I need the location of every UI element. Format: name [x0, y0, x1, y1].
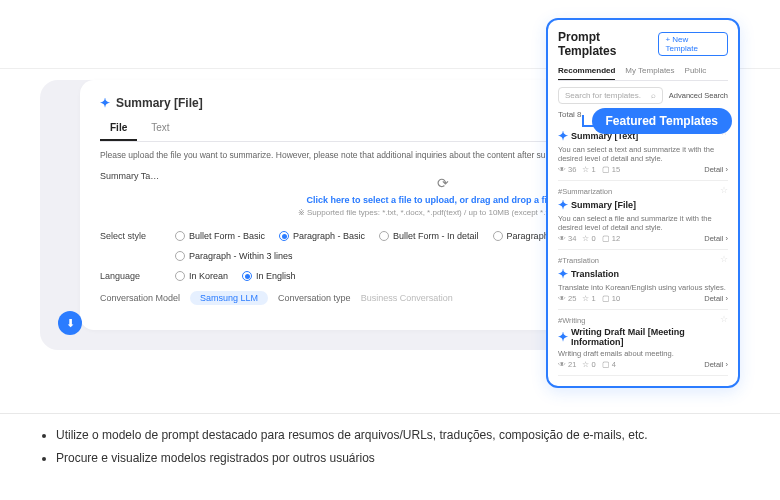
detail-link[interactable]: Detail ›	[704, 294, 728, 303]
conv-model-label: Conversation Model	[100, 293, 180, 303]
detail-link[interactable]: Detail ›	[704, 165, 728, 174]
template-name: ✦Translation	[558, 267, 728, 281]
template-item[interactable]: #Translation☆✦TranslationTranslate into …	[558, 250, 728, 310]
tab-my-templates[interactable]: My Templates	[625, 66, 674, 80]
template-desc: Translate into Korean/English using vari…	[558, 283, 728, 292]
panel-title: Prompt Templates	[558, 30, 658, 58]
template-name: ✦Writing Draft Mail [Meeting Information…	[558, 327, 728, 347]
conv-type-value: Business Conversation	[361, 293, 453, 303]
tab-file[interactable]: File	[100, 118, 137, 141]
language-radio[interactable]: In English	[242, 271, 296, 281]
template-item[interactable]: #Summarization☆✦Summary [File]You can se…	[558, 181, 728, 250]
conv-type-label: Conversation type	[278, 293, 351, 303]
search-input[interactable]: Search for templates. ⌕	[558, 87, 663, 104]
language-radio[interactable]: In Korean	[175, 271, 228, 281]
template-item[interactable]: #Writing☆✦Writing Draft Mail [Meeting In…	[558, 310, 728, 376]
language-radio-group: In KoreanIn English	[175, 271, 296, 281]
template-name: ✦Summary [File]	[558, 198, 728, 212]
new-template-button[interactable]: + New Template	[658, 32, 728, 56]
detail-link[interactable]: Detail ›	[704, 234, 728, 243]
tab-public[interactable]: Public	[685, 66, 707, 80]
search-icon: ⌕	[651, 91, 656, 100]
bullet-item: Procure e visualize modelos registrados …	[56, 447, 648, 470]
language-label: Language	[100, 271, 175, 281]
tab-text[interactable]: Text	[141, 118, 179, 141]
advanced-search-link[interactable]: Advanced Search	[669, 91, 728, 100]
download-button[interactable]: ⬇	[58, 311, 82, 335]
tab-recommended[interactable]: Recommended	[558, 66, 615, 80]
template-desc: You can select a file and summarize it w…	[558, 214, 728, 232]
featured-templates-callout: Featured Templates	[592, 108, 732, 134]
feature-bullets: Utilize o modelo de prompt destacado par…	[40, 424, 648, 470]
template-tag: #Writing	[558, 316, 728, 325]
prompt-templates-panel: Prompt Templates + New Template Recommen…	[546, 18, 740, 388]
style-radio[interactable]: Paragraph - Basic	[279, 231, 365, 241]
template-tag: #Summarization	[558, 187, 728, 196]
favorite-icon[interactable]: ☆	[720, 254, 728, 264]
detail-link[interactable]: Detail ›	[704, 360, 728, 369]
style-radio[interactable]: Bullet Form - In detail	[379, 231, 479, 241]
template-tag: #Translation	[558, 256, 728, 265]
style-radio[interactable]: Paragraph - Within 3 lines	[175, 251, 293, 261]
favorite-icon[interactable]: ☆	[720, 185, 728, 195]
favorite-icon[interactable]: ☆	[720, 314, 728, 324]
star-icon: ✦	[100, 96, 110, 110]
summary-label: Summary Ta…	[100, 171, 175, 181]
conv-model-pill[interactable]: Samsung LLM	[190, 291, 268, 305]
style-radio[interactable]: Bullet Form - Basic	[175, 231, 265, 241]
divider	[0, 413, 780, 414]
bullet-item: Utilize o modelo de prompt destacado par…	[56, 424, 648, 447]
template-desc: You can select a text and summarize it w…	[558, 145, 728, 163]
template-desc: Writing draft emails about meeting.	[558, 349, 728, 358]
style-label: Select style	[100, 231, 175, 241]
